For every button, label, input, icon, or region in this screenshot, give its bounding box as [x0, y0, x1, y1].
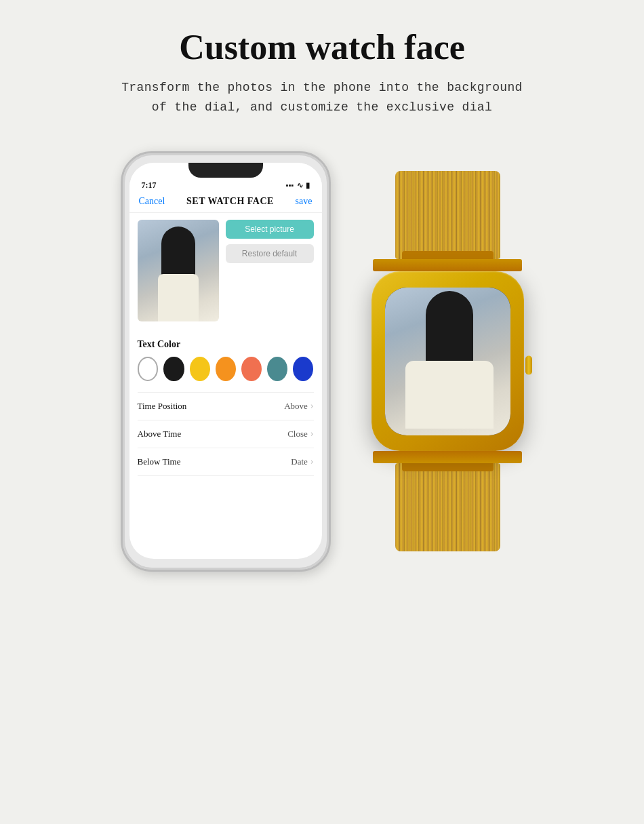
wifi-icon: ∿: [297, 181, 303, 190]
action-buttons: Select picture Restore default: [226, 220, 314, 320]
settings-value-text: Close: [287, 429, 308, 439]
signal-icon: ▪▪▪: [286, 181, 294, 189]
watch-screen: [385, 288, 510, 435]
watch-body: [371, 271, 524, 451]
band-connector-bottom: [373, 451, 522, 463]
chevron-right-icon: ›: [310, 429, 314, 439]
chevron-right-icon: ›: [310, 456, 314, 467]
phone-content: Select picture Restore default Text Colo…: [129, 213, 322, 559]
settings-row-value: Close›: [287, 429, 313, 439]
color-circle-blue[interactable]: [293, 357, 313, 381]
settings-row[interactable]: Below TimeDate›: [138, 448, 314, 476]
chevron-right-icon: ›: [310, 401, 314, 412]
color-circle-orange[interactable]: [216, 357, 236, 381]
cancel-button[interactable]: Cancel: [139, 196, 165, 207]
text-color-label: Text Color: [138, 339, 314, 350]
page-title: Custom watch face: [179, 27, 465, 67]
save-button[interactable]: save: [296, 196, 313, 207]
settings-value-text: Date: [291, 456, 308, 467]
watch-person-body: [405, 361, 494, 429]
phone-screen: 7:17 ▪▪▪ ∿ ▮ Cancel SET WATCH FACE save: [129, 163, 322, 559]
settings-row[interactable]: Above TimeClose›: [138, 420, 314, 448]
photo-preview: [138, 220, 219, 321]
settings-row[interactable]: Time PositionAbove›: [138, 393, 314, 420]
screen-title: SET WATCH FACE: [186, 196, 274, 207]
settings-value-text: Above: [284, 401, 308, 412]
watch-screen-photo: [385, 288, 510, 435]
watch-band-bottom: [395, 463, 500, 551]
status-icons: ▪▪▪ ∿ ▮: [286, 181, 310, 190]
color-circle-peach[interactable]: [241, 357, 262, 381]
photo-buttons-row: Select picture Restore default: [138, 220, 314, 330]
select-picture-button[interactable]: Select picture: [226, 220, 314, 239]
settings-row-value: Date›: [291, 456, 313, 467]
watch-device: [371, 171, 524, 551]
restore-default-button[interactable]: Restore default: [226, 244, 314, 263]
phone-notch: [188, 163, 263, 178]
phone-device: 7:17 ▪▪▪ ∿ ▮ Cancel SET WATCH FACE save: [121, 151, 331, 572]
phone-time: 7:17: [142, 180, 157, 191]
color-circle-black[interactable]: [163, 357, 184, 381]
person-silhouette: [151, 227, 205, 321]
settings-row-label: Above Time: [138, 429, 182, 439]
watch-band-top: [395, 171, 500, 259]
color-circle-yellow[interactable]: [190, 357, 210, 381]
watch-crown: [525, 355, 532, 374]
settings-row-value: Above›: [284, 401, 313, 412]
devices-row: 7:17 ▪▪▪ ∿ ▮ Cancel SET WATCH FACE save: [14, 151, 630, 572]
page-subtitle: Transform the photos in the phone into t…: [121, 78, 523, 117]
band-connector-top: [373, 259, 522, 271]
settings-row-label: Time Position: [138, 401, 187, 412]
body-shape: [158, 274, 199, 321]
color-circle-white[interactable]: [138, 357, 159, 381]
battery-icon: ▮: [306, 181, 310, 190]
color-circles: [138, 357, 314, 381]
phone-header: Cancel SET WATCH FACE save: [129, 192, 322, 213]
color-circle-teal[interactable]: [267, 357, 287, 381]
settings-row-label: Below Time: [138, 456, 181, 467]
settings-list: Time PositionAbove›Above TimeClose›Below…: [138, 392, 314, 476]
